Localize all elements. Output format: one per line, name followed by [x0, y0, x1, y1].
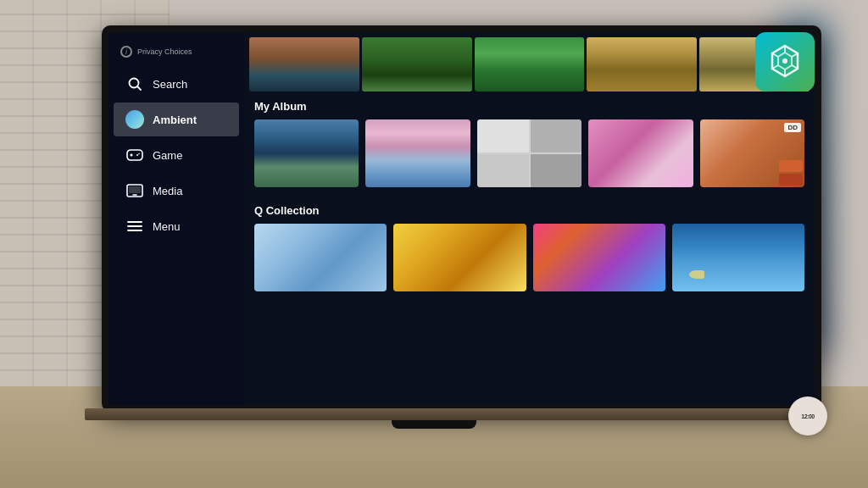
top-thumbnails-row — [244, 32, 815, 92]
sidebar-item-media[interactable]: Media — [114, 174, 239, 208]
svg-point-6 — [138, 153, 140, 155]
privacy-bar: Privacy Choices — [108, 41, 244, 63]
sidebar-item-menu[interactable]: Menu — [114, 209, 239, 243]
svg-rect-2 — [127, 150, 142, 160]
my-album-row: DD — [254, 119, 804, 187]
dd-badge: DD — [784, 123, 801, 132]
my-album-title: My Album — [254, 100, 804, 113]
clock-device: 12:00 — [788, 396, 827, 435]
menu-label: Menu — [153, 220, 181, 233]
svg-point-5 — [136, 154, 138, 156]
sidebar: Privacy Choices Search Ambient — [108, 32, 244, 405]
svg-line-1 — [137, 86, 141, 90]
tv-surface — [85, 408, 817, 420]
media-label: Media — [153, 185, 182, 197]
sidebar-item-ambient[interactable]: Ambient — [114, 103, 239, 136]
q-card-golden[interactable] — [393, 224, 526, 291]
album-card-iceberg[interactable] — [365, 119, 470, 187]
tv-screen: Privacy Choices Search Ambient — [108, 32, 815, 405]
search-icon — [125, 75, 144, 93]
album-card-mountain[interactable] — [254, 119, 359, 187]
q-card-ice[interactable] — [254, 224, 387, 291]
tv-frame: Privacy Choices Search Ambient — [102, 25, 821, 412]
sidebar-item-game[interactable]: Game — [114, 138, 239, 172]
privacy-label: Privacy Choices — [137, 47, 192, 56]
svg-point-13 — [782, 58, 787, 64]
q-card-ocean[interactable] — [672, 224, 804, 291]
album-card-pink[interactable] — [588, 119, 693, 187]
ambient-label: Ambient — [153, 114, 197, 126]
album-card-bw[interactable] — [477, 119, 581, 187]
menu-icon — [125, 217, 144, 236]
q-card-colorful[interactable] — [533, 224, 665, 291]
thumbnail-4[interactable] — [587, 37, 697, 92]
smart-things-icon — [765, 42, 804, 81]
q-collection-row — [254, 224, 804, 291]
clock-display: 12:00 — [801, 413, 814, 419]
privacy-icon — [120, 46, 132, 58]
thumbnail-1[interactable] — [249, 37, 359, 92]
sidebar-item-search[interactable]: Search — [114, 67, 239, 101]
ambient-icon — [125, 110, 144, 129]
media-icon — [125, 181, 144, 200]
search-label: Search — [153, 78, 187, 91]
main-content: My Album — [244, 32, 815, 405]
thumbnail-2[interactable] — [362, 37, 472, 92]
q-collection-title: Q Collection — [254, 204, 804, 217]
smart-things-logo — [755, 32, 815, 92]
album-card-dd[interactable]: DD — [700, 119, 804, 187]
thumbnail-3[interactable] — [475, 37, 585, 92]
game-icon — [125, 146, 144, 164]
svg-rect-8 — [129, 186, 141, 193]
scroll-content: My Album — [244, 92, 815, 405]
game-label: Game — [153, 149, 182, 162]
